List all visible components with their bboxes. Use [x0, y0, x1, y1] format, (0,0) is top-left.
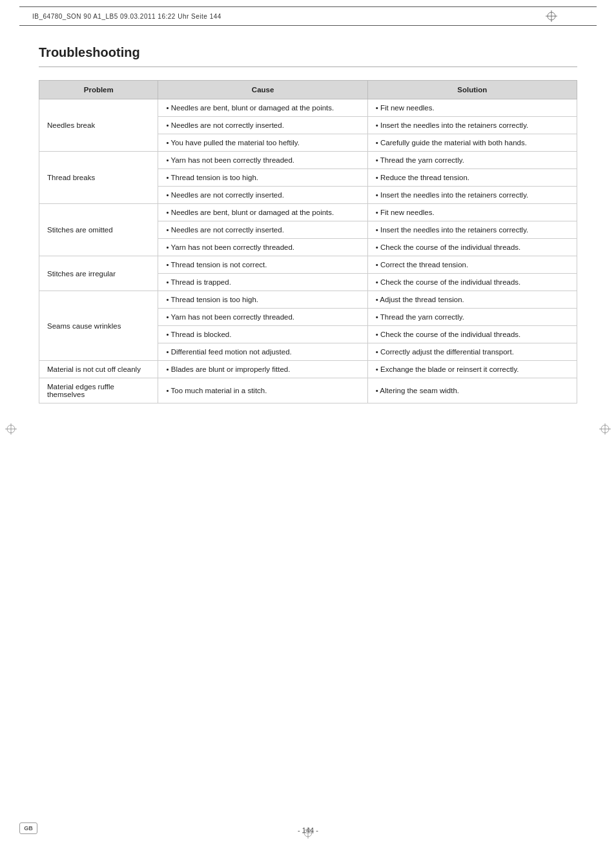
- gb-badge: GB: [19, 822, 37, 834]
- solution-cell: • Fit new needles.: [367, 99, 577, 117]
- solution-cell: • Altering the seam width.: [367, 378, 577, 403]
- solution-cell: • Correct the thread tension.: [367, 256, 577, 274]
- cause-cell: • Yarn has not been correctly threaded.: [158, 152, 367, 169]
- cause-cell: • Needles are not correctly inserted.: [158, 187, 367, 204]
- col-solution: Solution: [367, 81, 577, 99]
- table-row: Thread breaks• Yarn has not been correct…: [39, 152, 577, 169]
- page-footer: GB - 144 -: [0, 826, 616, 834]
- table-row: Stitches are omitted• Needles are bent, …: [39, 204, 577, 221]
- cause-cell: • Needles are not correctly inserted.: [158, 117, 367, 134]
- solution-cell: • Fit new needles.: [367, 204, 577, 221]
- cause-cell: • Thread tension is too high.: [158, 169, 367, 187]
- reg-mark-right: [599, 424, 611, 437]
- cause-cell: • Needles are bent, blunt or damaged at …: [158, 204, 367, 221]
- cause-cell: • Differential feed motion not adjusted.: [158, 343, 367, 361]
- cause-cell: • Yarn has not been correctly threaded.: [158, 309, 367, 326]
- cause-cell: • Yarn has not been correctly threaded.: [158, 239, 367, 256]
- col-problem: Problem: [39, 81, 158, 99]
- table-row: Material is not cut off cleanly• Blades …: [39, 361, 577, 378]
- cause-cell: • Blades are blunt or improperly fitted.: [158, 361, 367, 378]
- solution-cell: • Insert the needles into the retainers …: [367, 187, 577, 204]
- doc-header-text: IB_64780_SON 90 A1_LB5 09.03.2011 16:22 …: [32, 13, 519, 20]
- problem-cell: Thread breaks: [39, 152, 158, 204]
- troubleshooting-table: Problem Cause Solution Needles break• Ne…: [39, 80, 577, 403]
- solution-cell: • Insert the needles into the retainers …: [367, 117, 577, 134]
- table-row: Seams cause wrinkles• Thread tension is …: [39, 291, 577, 309]
- reg-mark-left: [5, 424, 17, 437]
- solution-cell: • Reduce the thread tension.: [367, 169, 577, 187]
- problem-cell: Needles break: [39, 99, 158, 152]
- main-content: Troubleshooting Problem Cause Solution N…: [0, 26, 616, 442]
- table-row: Stitches are irregular• Thread tension i…: [39, 256, 577, 274]
- cause-cell: • Needles are bent, blunt or damaged at …: [158, 99, 367, 117]
- cause-cell: • Too much material in a stitch.: [158, 378, 367, 403]
- problem-cell: Material is not cut off cleanly: [39, 361, 158, 378]
- solution-cell: • Check the course of the individual thr…: [367, 274, 577, 291]
- problem-cell: Stitches are irregular: [39, 256, 158, 291]
- solution-cell: • Check the course of the individual thr…: [367, 326, 577, 343]
- solution-cell: • Insert the needles into the retainers …: [367, 221, 577, 239]
- solution-cell: • Exchange the blade or reinsert it corr…: [367, 361, 577, 378]
- solution-cell: • Adjust the thread tension.: [367, 291, 577, 309]
- title-rule: [39, 66, 577, 67]
- solution-cell: • Carefully guide the material with both…: [367, 134, 577, 152]
- cause-cell: • You have pulled the material too hefti…: [158, 134, 367, 152]
- cause-cell: • Thread is blocked.: [158, 326, 367, 343]
- col-cause: Cause: [158, 81, 367, 99]
- problem-cell: Material edges ruffle themselves: [39, 378, 158, 403]
- page-title: Troubleshooting: [39, 45, 577, 60]
- header-crosshair: [545, 10, 558, 23]
- page-wrapper: IB_64780_SON 90 A1_LB5 09.03.2011 16:22 …: [0, 6, 616, 847]
- table-row: Material edges ruffle themselves• Too mu…: [39, 378, 577, 403]
- solution-cell: • Thread the yarn correctly.: [367, 309, 577, 326]
- solution-cell: • Thread the yarn correctly.: [367, 152, 577, 169]
- table-row: Needles break• Needles are bent, blunt o…: [39, 99, 577, 117]
- problem-cell: Seams cause wrinkles: [39, 291, 158, 361]
- cause-cell: • Needles are not correctly inserted.: [158, 221, 367, 239]
- cause-cell: • Thread tension is not correct.: [158, 256, 367, 274]
- solution-cell: • Check the course of the individual thr…: [367, 239, 577, 256]
- cause-cell: • Thread is trapped.: [158, 274, 367, 291]
- solution-cell: • Correctly adjust the differential tran…: [367, 343, 577, 361]
- problem-cell: Stitches are omitted: [39, 204, 158, 256]
- cause-cell: • Thread tension is too high.: [158, 291, 367, 309]
- doc-header: IB_64780_SON 90 A1_LB5 09.03.2011 16:22 …: [19, 6, 597, 26]
